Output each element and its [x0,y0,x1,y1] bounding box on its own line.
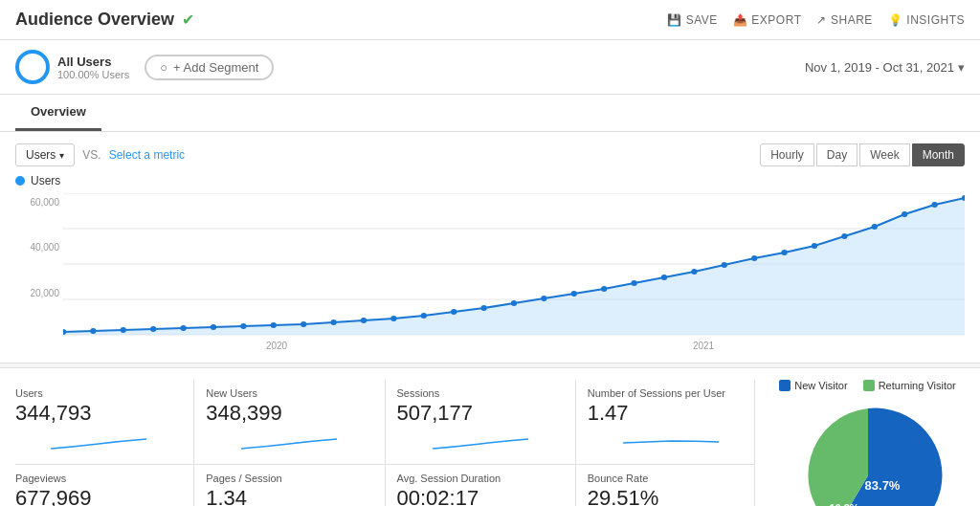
metric-dropdown[interactable]: Users ▾ [15,143,75,166]
metric-pageviews: Pageviews 677,969 [15,465,194,506]
sparkline-sessions-per-user [588,429,754,453]
sparkline-sessions [397,429,564,453]
metrics-grid: Users 344,793 New Users 348,399 Sessions… [15,380,754,506]
segment-name: All Users [57,55,129,69]
chart-area-fill [63,198,965,335]
data-point [180,325,186,331]
y-label-20k: 20,000 [15,288,59,298]
metric-avg-session-label: Avg. Session Duration [397,473,564,484]
data-point [691,269,697,275]
metric-sessions-per-user-label: Number of Sessions per User [588,387,754,399]
insights-label: INSIGHTS [906,13,965,27]
segment-circle [15,50,50,84]
metric-new-users-value: 348,399 [206,401,372,426]
metric-pageviews-value: 677,969 [15,486,182,506]
data-point [841,233,847,239]
data-point [330,319,336,325]
add-segment-button[interactable]: ○ + Add Segment [145,55,274,80]
chart-legend: Users [15,174,965,187]
hourly-button[interactable]: Hourly [760,143,814,166]
date-range[interactable]: Nov 1, 2019 - Oct 31, 2021 ▾ [805,60,965,75]
metric-new-users: New Users 348,399 [194,380,385,464]
week-button[interactable]: Week [859,143,909,166]
data-point [271,322,277,328]
data-point [390,316,396,321]
data-point [480,305,486,311]
data-point [601,286,607,292]
sparkline-new-users [206,429,372,453]
share-icon: ↗ [816,13,827,27]
bottom-section: Users 344,793 New Users 348,399 Sessions… [0,368,980,506]
data-point [511,300,517,306]
data-point [931,202,937,208]
date-dropdown-icon[interactable]: ▾ [958,60,965,75]
chart-section: Users ▾ VS. Select a metric Hourly Day W… [0,132,980,363]
select-metric-link[interactable]: Select a metric [109,148,185,162]
metric-label: Users [26,148,56,162]
pie-returning-visitor-label: Returning Visitor [879,380,956,391]
verified-icon: ✔ [182,11,194,29]
day-button[interactable]: Day [816,143,858,166]
y-label-40k: 40,000 [15,242,59,253]
data-point [722,262,727,268]
metric-pages-session-label: Pages / Session [206,473,372,484]
metric-bounce-rate-value: 29.51% [588,486,754,506]
month-button[interactable]: Month [912,143,965,166]
segment-bar: All Users 100.00% Users ○ + Add Segment … [0,40,980,95]
chart-plot-area [63,193,965,337]
metric-sessions-value: 507,177 [397,401,564,426]
data-point [121,327,126,333]
save-button[interactable]: 💾 SAVE [667,13,718,27]
data-point [421,313,427,319]
x-label-2021: 2021 [693,341,714,351]
chart-svg [63,193,965,337]
metric-pages-session: Pages / Session 1.34 [194,465,385,506]
tabs-bar: Overview [0,95,980,132]
data-point [571,291,577,297]
metric-users-value: 344,793 [15,401,182,426]
export-icon: 📤 [733,13,748,27]
pie-label-new-pct: 83.7% [864,478,900,493]
x-label-2020: 2020 [266,341,287,351]
legend-item-users: Users [15,174,965,187]
pie-dot-returning-visitor [863,380,875,391]
data-point [631,280,636,286]
add-icon: ○ [160,60,167,75]
metric-sessions: Sessions 507,177 [386,380,576,464]
data-point [751,255,757,261]
metric-selector: Users ▾ VS. Select a metric [15,143,185,166]
page-title: Audience Overview [15,10,174,30]
vs-text: VS. [82,148,100,162]
metric-pages-session-value: 1.34 [206,486,372,506]
data-point [240,323,246,329]
pie-section: New Visitor Returning Visitor 83.7% 16.3… [754,380,965,506]
all-users-segment: All Users 100.00% Users [15,50,129,84]
data-point [541,296,546,301]
pie-legend-new: New Visitor [779,380,847,391]
save-label: SAVE [686,13,718,27]
pie-label-returning-pct: 16.3% [829,502,858,506]
y-axis-labels: 60,000 40,000 20,000 [15,193,63,337]
share-label: SHARE [831,13,873,27]
header-actions: 💾 SAVE 📤 EXPORT ↗ SHARE 💡 INSIGHTS [667,13,965,27]
metric-bounce-rate: Bounce Rate 29.51% [576,465,754,506]
metrics-row-2: Pageviews 677,969 Pages / Session 1.34 A… [15,465,754,506]
data-point [661,275,667,280]
export-button[interactable]: 📤 EXPORT [733,13,802,27]
segment-left: All Users 100.00% Users ○ + Add Segment [15,50,274,84]
header-left: Audience Overview ✔ [15,10,194,30]
metric-sessions-label: Sessions [397,387,564,399]
data-point [211,324,216,330]
insights-button[interactable]: 💡 INSIGHTS [888,13,965,27]
tab-overview[interactable]: Overview [15,95,101,131]
segment-pct: 100.00% Users [57,69,129,80]
x-axis-labels: 2020 2021 [15,337,965,351]
export-label: EXPORT [751,13,801,27]
metrics-row-1: Users 344,793 New Users 348,399 Sessions… [15,380,754,465]
metric-sessions-per-user: Number of Sessions per User 1.47 [576,380,754,464]
sparkline-users [15,429,182,453]
data-point [90,328,96,334]
segment-info: All Users 100.00% Users [57,55,129,80]
share-button[interactable]: ↗ SHARE [816,13,872,27]
pie-dot-new-visitor [779,380,791,391]
